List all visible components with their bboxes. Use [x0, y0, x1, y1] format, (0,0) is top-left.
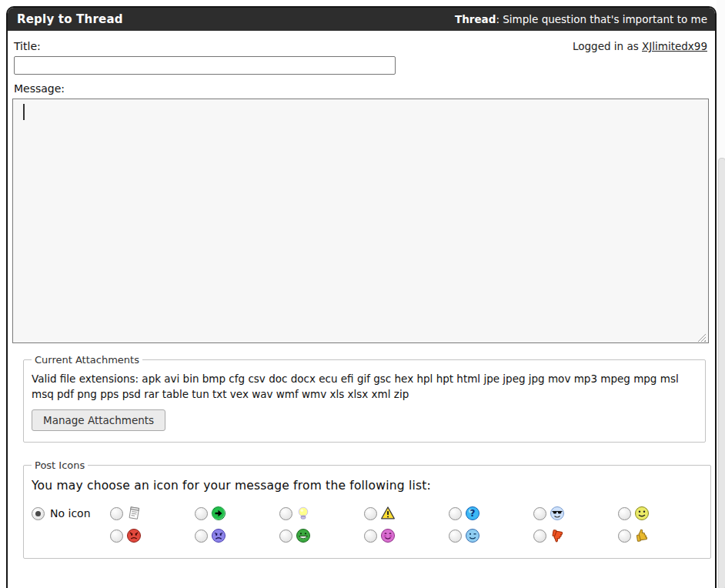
mad-radio[interactable]: [110, 530, 123, 543]
message-area-wrapper: [12, 99, 707, 343]
title-input[interactable]: [14, 56, 396, 75]
post-icon-option-arrow[interactable]: [195, 506, 279, 521]
username-link[interactable]: XJlimitedx99: [642, 40, 707, 52]
attachments-legend: Current Attachments: [32, 354, 142, 366]
post-icon-option-wink[interactable]: [449, 528, 533, 543]
thread-label: Thread: [455, 13, 496, 25]
reply-dialog: Reply to Thread Thread: Simple question …: [6, 6, 717, 588]
text-caret: [23, 104, 25, 120]
biggrin-icon: [296, 528, 311, 543]
post-icon-option-note[interactable]: [110, 506, 195, 521]
lightbulb-radio[interactable]: [279, 507, 292, 520]
dialog-title: Reply to Thread: [17, 12, 123, 26]
title-row: Title: Logged in as XJlimitedx99: [14, 40, 707, 52]
vertical-scrollbar[interactable]: [717, 0, 725, 588]
page: Reply to Thread Thread: Simple question …: [0, 0, 725, 588]
note-radio[interactable]: [110, 507, 123, 520]
frown-radio[interactable]: [195, 530, 208, 543]
no-icon-radio[interactable]: [32, 507, 45, 520]
post-icons-instruction: You may choose an icon for your message …: [32, 479, 703, 493]
thread-info: Thread: Simple question that's important…: [455, 13, 707, 25]
biggrin-radio[interactable]: [279, 530, 292, 543]
arrow-icon: [211, 506, 226, 521]
exclamation-icon: [380, 506, 396, 521]
post-icon-option-frown[interactable]: [195, 528, 279, 543]
thumbs-up-radio[interactable]: [618, 530, 631, 543]
svg-text:?: ?: [470, 509, 476, 520]
post-icon-option-cool[interactable]: [533, 506, 618, 521]
thumbs-up-icon: [634, 528, 650, 543]
dialog-titlebar: Reply to Thread Thread: Simple question …: [8, 8, 715, 31]
exclamation-radio[interactable]: [364, 507, 377, 520]
message-label: Message:: [14, 82, 707, 95]
no-icon-label: No icon: [50, 507, 91, 520]
post-icons-fieldset: Post Icons You may choose an icon for yo…: [23, 459, 711, 559]
logged-in-prefix: Logged in as: [573, 40, 642, 52]
frown-icon: [211, 528, 226, 543]
current-attachments-fieldset: Current Attachments Valid file extension…: [23, 354, 706, 443]
dialog-content: Title: Logged in as XJlimitedx99 Message…: [8, 31, 715, 559]
title-label: Title:: [14, 40, 41, 52]
cool-icon: [550, 506, 565, 521]
arrow-radio[interactable]: [195, 507, 208, 520]
thumbs-down-icon: [550, 528, 565, 543]
redface-radio[interactable]: [364, 530, 377, 543]
post-icon-option-mad[interactable]: [110, 528, 195, 543]
lightbulb-icon: [296, 506, 311, 521]
smile-icon: [634, 506, 650, 521]
post-icon-option-thumbs-up[interactable]: [618, 528, 703, 543]
note-icon: [126, 506, 142, 521]
thread-title: : Simple question that's important to me: [496, 13, 707, 25]
mad-icon: [126, 528, 142, 543]
cool-radio[interactable]: [533, 507, 546, 520]
valid-extensions-text: Valid file extensions: apk avi bin bmp c…: [32, 372, 697, 402]
wink-radio[interactable]: [449, 530, 462, 543]
post-icons-grid: No icon ?: [32, 506, 703, 543]
smile-radio[interactable]: [618, 507, 631, 520]
post-icon-option-thumbs-down[interactable]: [533, 528, 618, 543]
post-icon-option-biggrin[interactable]: [279, 528, 364, 543]
post-icon-option-redface[interactable]: [364, 528, 449, 543]
redface-icon: [380, 528, 396, 543]
manage-attachments-button[interactable]: Manage Attachments: [32, 409, 165, 431]
message-textarea[interactable]: [12, 99, 709, 343]
scrollbar-thumb[interactable]: [718, 158, 725, 588]
wink-icon: [465, 528, 480, 543]
post-icons-legend: Post Icons: [32, 459, 88, 471]
post-icon-option-lightbulb[interactable]: [279, 506, 364, 521]
question-icon: ?: [465, 506, 480, 521]
post-icon-option-exclamation[interactable]: [364, 506, 449, 521]
post-icon-option-smile[interactable]: [618, 506, 703, 521]
logged-in-text: Logged in as XJlimitedx99: [573, 40, 707, 52]
question-radio[interactable]: [449, 507, 462, 520]
post-icon-option-no-icon[interactable]: No icon: [32, 507, 110, 520]
thumbs-down-radio[interactable]: [533, 530, 546, 543]
post-icon-option-question[interactable]: ?: [449, 506, 533, 521]
